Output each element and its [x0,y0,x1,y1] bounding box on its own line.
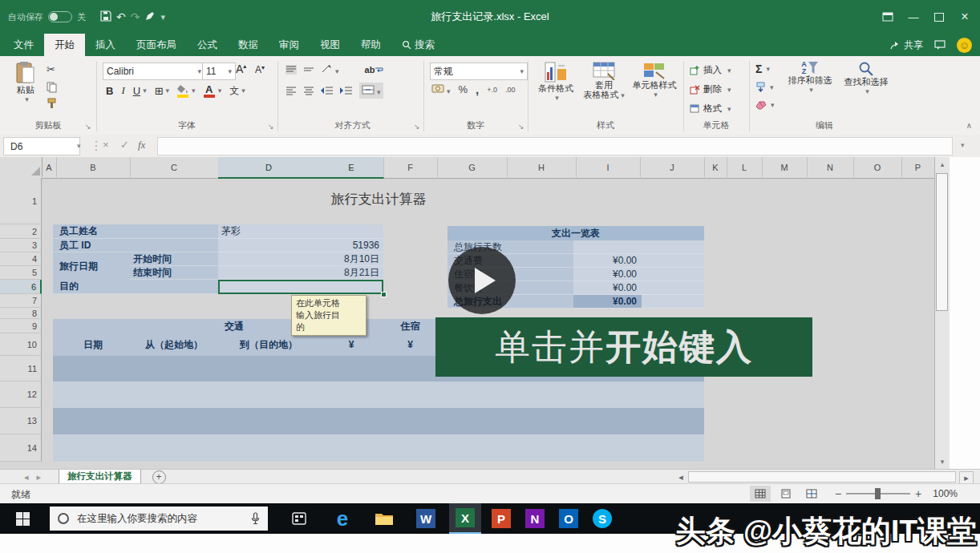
skype-icon[interactable]: S [589,506,616,531]
summary-total-value[interactable]: ¥0.00 [573,295,642,309]
expense-data-row[interactable] [53,381,704,409]
tab-help[interactable]: 帮助 [350,34,391,56]
sheet-nav-left-icon[interactable]: ◂ [24,472,29,482]
col-D[interactable]: D [218,157,320,179]
delete-cells-button[interactable]: 删除▾ [690,83,731,95]
merge-center-icon[interactable]: ▾ [359,83,383,99]
underline-icon[interactable]: U [133,85,140,97]
summary-row-value[interactable]: ¥0.00 [573,268,642,281]
increase-decimal-icon[interactable]: +.0 [487,86,497,94]
align-left-icon[interactable] [285,86,297,95]
col-K[interactable]: K [704,157,727,177]
tab-file[interactable]: 文件 [3,34,44,56]
cancel-icon[interactable]: × [103,139,109,151]
restore-button[interactable] [927,6,951,27]
info-id-label-cell[interactable]: 员工 ID [53,239,218,252]
insert-function-icon[interactable]: fx [138,139,145,151]
copy-icon[interactable] [47,82,58,96]
summary-row-spacer[interactable] [642,281,704,295]
row-4[interactable]: 4 [0,252,42,266]
horizontal-scrollbar[interactable] [688,471,956,482]
sheet-nav-right-icon[interactable]: ▸ [37,472,42,482]
font-name-select[interactable]: Calibri▾ [103,63,205,80]
col-A[interactable]: A [42,157,57,177]
info-end-label-cell[interactable]: 结束时间 [130,266,218,280]
vscroll-thumb[interactable] [936,173,948,311]
shrink-font-icon[interactable]: A▾ [255,64,265,75]
row-9[interactable]: 9 [0,319,42,333]
info-id-value-cell[interactable]: 51936 [218,239,383,252]
row-10[interactable]: 10 [0,333,42,356]
collapse-ribbon-icon[interactable]: ∧ [966,121,972,130]
accounting-format-icon[interactable]: ▾ [431,83,451,96]
page-break-view-icon[interactable] [801,486,822,502]
video-play-button[interactable] [448,247,516,314]
col-B[interactable]: B [56,157,131,177]
info-start-value-cell[interactable]: 8月10日 [218,252,383,266]
zoom-slider-thumb[interactable] [875,488,881,499]
decrease-indent-icon[interactable] [321,86,334,95]
bold-icon[interactable]: B [106,85,113,97]
clear-button[interactable]: ▾ [755,100,775,110]
comma-style-icon[interactable]: , [476,83,479,96]
row-14[interactable]: 14 [0,434,42,462]
tab-home[interactable]: 开始 [44,34,85,56]
selected-cell-D6[interactable] [218,280,383,294]
paste-button[interactable]: 粘贴▾ [10,61,42,104]
normal-view-icon[interactable] [750,486,771,502]
summary-row-spacer[interactable] [642,240,704,254]
summary-title-cell[interactable]: 支出一览表 [447,226,704,241]
row-7[interactable]: 7 [0,294,42,308]
find-select-button[interactable]: 查找和选择▾ [840,61,892,96]
taskbar-search[interactable]: 在这里输入你要搜索的内容 [50,507,268,531]
summary-row-value[interactable]: ¥0.00 [573,254,642,268]
row-1[interactable]: 1 [0,178,42,224]
row-12[interactable]: 12 [0,381,42,408]
info-end-value-cell[interactable]: 8月21日 [218,266,383,280]
format-painter-icon[interactable] [47,98,58,112]
col-N[interactable]: N [807,157,854,177]
name-box[interactable]: D6 [3,137,80,155]
onenote-icon[interactable]: N [521,506,549,531]
file-explorer-icon[interactable] [371,506,398,531]
col-I[interactable]: I [576,157,641,177]
clipboard-dialog-launcher-icon[interactable]: ↘ [85,123,91,131]
row-6[interactable]: 6 [0,280,42,294]
new-sheet-icon[interactable]: + [152,470,166,484]
tab-data[interactable]: 数据 [228,34,269,56]
summary-row-value[interactable] [573,240,642,254]
formula-input[interactable] [157,137,953,155]
minimize-button[interactable]: — [901,6,925,27]
col-E[interactable]: E [319,157,384,179]
row-3[interactable]: 3 [0,239,42,252]
col-O[interactable]: O [853,157,902,177]
orientation-icon[interactable]: ▾ [321,63,339,77]
col-J[interactable]: J [640,157,705,177]
excel-icon-active[interactable]: X [449,503,481,534]
insert-cells-button[interactable]: 插入▾ [690,64,731,76]
row-11[interactable]: 11 [0,356,42,381]
expense-data-row[interactable] [53,434,704,462]
summary-row-spacer[interactable] [642,254,704,268]
tab-insert[interactable]: 插入 [85,34,126,56]
sheet-tab-active[interactable]: 旅行支出计算器 [59,470,141,484]
fill-color-icon[interactable] [177,83,188,98]
outlook-icon[interactable]: O [555,506,582,531]
number-format-select[interactable]: 常规▾ [430,63,528,80]
summary-row-value[interactable]: ¥0.00 [573,281,642,295]
zoom-slider[interactable] [846,493,910,494]
font-color-icon[interactable]: A [204,83,215,98]
tab-review[interactable]: 审阅 [269,34,310,56]
fill-handle[interactable] [381,292,387,297]
cell-styles-button[interactable]: 单元格样式▾ [630,61,678,99]
expense-data-row[interactable] [53,408,704,435]
word-icon[interactable]: W [412,506,439,531]
row-2[interactable]: 2 [0,224,42,239]
task-view-icon[interactable] [287,507,311,530]
col-G[interactable]: G [437,157,508,177]
tab-page-layout[interactable]: 页面布局 [126,34,187,56]
row-8[interactable]: 8 [0,308,42,319]
italic-icon[interactable]: I [121,84,124,97]
ribbon-search[interactable]: 搜索 [391,34,445,56]
info-start-label-cell[interactable]: 开始时间 [130,252,218,266]
